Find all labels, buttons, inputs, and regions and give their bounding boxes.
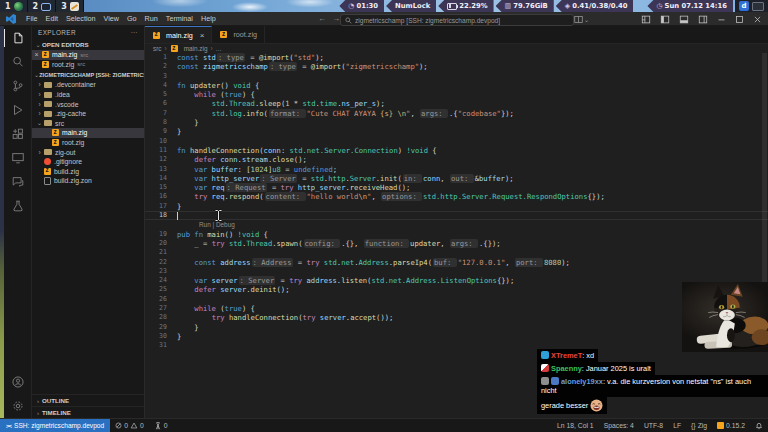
tree-item-build.zig[interactable]: build.zig [32,167,144,177]
workspace-section[interactable]: ⌄ZIGMETRICSCHAMP [SSH: ZIGMETRICSCHAMP.D… [32,69,144,80]
activitybar-explorer-icon[interactable] [4,26,32,50]
split-editor-icon[interactable]: ⌄ [574,15,589,24]
codelens-row[interactable]: Run | Debug [145,220,768,229]
workspace-2[interactable]: 2 [28,0,57,12]
code-line[interactable]: 22 const address: Address = try std.net.… [145,258,768,267]
encoding[interactable]: UTF-8 [639,422,668,429]
code-line[interactable]: 13 var buffer: [1024]u8 = undefined; [145,165,768,174]
code-line[interactable]: 10 [145,137,768,146]
menu-edit[interactable]: Edit [42,14,62,23]
tab-main.zig[interactable]: main.zig× [145,26,212,43]
activitybar-chat-icon[interactable] [4,170,32,194]
minimize-icon[interactable] [717,15,726,24]
remote-indicator[interactable]: >< SSH: zigmetricschamp.devpod [0,419,110,432]
tab-root.zig[interactable]: root.zig [212,26,265,43]
display-tray-icon[interactable] [752,2,764,11]
toggle-panel-icon[interactable] [679,15,689,24]
code-line[interactable]: 7 std.log.info(format: "Cute CHAT AYAYA … [145,109,768,118]
close-icon[interactable] [753,15,762,24]
tree-item-.zig-cache[interactable]: ›.zig-cache [32,109,144,119]
toggle-secondary-sidebar-icon[interactable] [698,15,708,24]
maximize-icon[interactable] [735,15,744,24]
activitybar-extensions-icon[interactable] [4,122,32,146]
open-editor-root.zig[interactable]: root.zigsrc [32,60,144,70]
tree-item-.gitignore[interactable]: .gitignore [32,157,144,167]
notifications-bell[interactable] [750,422,768,430]
workspace-1[interactable]: 1 [0,0,28,12]
menu-go[interactable]: Go [123,14,141,23]
code-line[interactable]: 6 std.Thread.sleep(1 * std.time.ns_per_s… [145,99,768,108]
code-line[interactable]: 2const zigmetricschamp: type = @import("… [145,62,768,71]
cursor-position[interactable]: Ln 18, Col 1 [552,422,599,429]
nav-back-icon[interactable]: ← [318,14,326,23]
menu-selection[interactable]: Selection [62,14,100,23]
breadcrumb[interactable]: src›main.zig›… [145,44,768,53]
code-line[interactable]: 17} [145,202,768,211]
menu-file[interactable]: File [22,14,42,23]
tree-item-.vscode[interactable]: ›.vscode [32,99,144,109]
code-line[interactable]: 20 _ = try std.Thread.spawn(config: .{},… [145,239,768,248]
tree-item-zig-out[interactable]: ›zig-out [32,147,144,157]
code-line[interactable]: 30} [145,332,768,341]
language-mode[interactable]: {}Zig [686,422,712,429]
code-line[interactable]: 9} [145,127,768,136]
menu-run[interactable]: Run [141,14,162,23]
activitybar-remote-explorer-icon[interactable] [4,146,32,170]
code-line[interactable]: 8 } [145,118,768,127]
code-line[interactable]: 4fn updater() void { [145,81,768,90]
code-line[interactable]: 11fn handleConnection(conn: std.net.Serv… [145,146,768,155]
breadcrumb-item[interactable]: src [153,45,162,52]
tree-item-.devcontainer[interactable]: ›.devcontainer [32,80,144,90]
zig-version[interactable]: 0.15.2 [712,422,750,429]
activitybar-run-debug-icon[interactable] [4,98,32,122]
close-editor-icon[interactable]: × [32,51,41,58]
menu-terminal[interactable]: Terminal [162,14,197,23]
indentation[interactable]: Spaces: 4 [599,422,639,429]
devpod-tray-icon[interactable]: d [739,1,749,11]
problems-indicator[interactable]: 0 0 [110,422,149,429]
activitybar-search-icon[interactable] [4,50,32,74]
tree-item-src[interactable]: ⌄src [32,119,144,129]
more-actions-icon[interactable]: ⋯ [131,29,138,37]
tree-item-main.zig[interactable]: main.zig [32,128,144,138]
code-line[interactable]: 14 var http_server: Server = std.http.Se… [145,174,768,183]
tree-item-build.zig.zon[interactable]: build.zig.zon [32,176,144,186]
code-line[interactable]: 28 try handleConnection(try server.accep… [145,313,768,322]
code-line[interactable]: 18 [145,211,768,220]
toggle-sidebar-icon[interactable] [660,15,670,24]
code-line[interactable]: 12 defer conn.stream.close(); [145,155,768,164]
code-line[interactable]: 3 [145,72,768,81]
section-timeline[interactable]: ›TIMELINE [32,406,144,418]
section-outline[interactable]: ›OUTLINE [32,394,144,406]
tree-item-.idea[interactable]: ›.idea [32,90,144,100]
open-editors-section[interactable]: ⌄OPEN EDITORS [32,39,144,50]
workspace-3[interactable]: 3 [56,0,84,12]
code-line[interactable]: 23 [145,267,768,276]
code-line[interactable]: 16 try req.respond(content: "hello world… [145,192,768,201]
code-line[interactable]: 1const std: type = @import("std"); [145,53,768,62]
layout-grid-icon[interactable] [641,15,651,24]
code-line[interactable]: 24 var server: Server = try address.list… [145,276,768,285]
code-line[interactable]: 21 [145,248,768,257]
nav-forward-icon[interactable]: → [332,14,340,23]
tree-item-root.zig[interactable]: root.zig [32,138,144,148]
code-line[interactable]: 29 } [145,323,768,332]
command-center-search[interactable]: zigmetricschamp [SSH: zigmetricschamp.de… [340,14,574,26]
activitybar-settings-icon[interactable] [4,394,32,418]
menu-help[interactable]: Help [197,14,220,23]
code-line[interactable]: 25 defer server.deinit(); [145,285,768,294]
ports-indicator[interactable]: 0 [149,422,173,430]
code-line[interactable]: 15 var req: Request = try http_server.re… [145,183,768,192]
menu-view[interactable]: View [100,14,123,23]
open-editor-main.zig[interactable]: ×main.zigsrc [32,50,144,60]
code-line[interactable]: 19pub fn main() !void { [145,230,768,239]
code-line[interactable]: 27 while (true) { [145,304,768,313]
activitybar-source-control-icon[interactable] [4,74,32,98]
eol[interactable]: LF [668,422,686,429]
close-tab-icon[interactable]: × [200,31,205,40]
activitybar-account-icon[interactable] [4,370,32,394]
codelens-run-debug[interactable]: Run | Debug [167,220,235,229]
code-line[interactable]: 5 while (true) { [145,90,768,99]
breadcrumb-item[interactable]: … [216,45,222,52]
breadcrumb-item[interactable]: main.zig [184,45,208,52]
